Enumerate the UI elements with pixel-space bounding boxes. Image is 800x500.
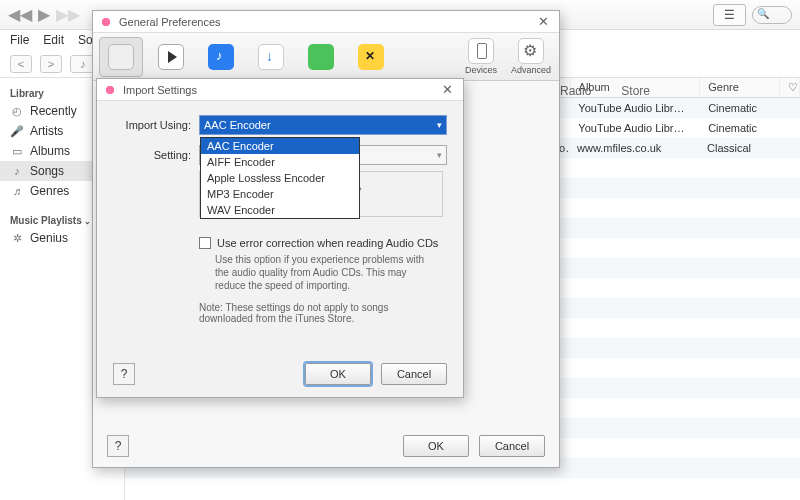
encoder-dropdown[interactable]: AAC Encoder AIFF Encoder Apple Lossless … (200, 137, 360, 219)
import-using-select[interactable]: AAC Encoder ▾ (199, 115, 447, 135)
itunes-icon (99, 15, 113, 29)
gp-title: General Preferences (119, 16, 221, 28)
sidebar-item-label: Artists (30, 124, 63, 138)
col-love[interactable]: ♡ (780, 78, 800, 97)
gp-tool-store[interactable] (299, 37, 343, 77)
advanced-tab-icon (518, 38, 544, 64)
nav-forward-button[interactable]: > (40, 55, 62, 73)
gp-tool-sharing[interactable]: ♪ (199, 37, 243, 77)
sidebar-item-label: Songs (30, 164, 64, 178)
gp-help-button[interactable]: ? (107, 435, 129, 457)
nav-back-button[interactable]: < (10, 55, 32, 73)
tab-radio[interactable]: Radio (560, 84, 591, 98)
guitar-icon: ♬ (10, 185, 24, 197)
cell-album: YouTube Audio Libr… (570, 102, 700, 114)
gp-titlebar[interactable]: General Preferences ✕ (93, 11, 559, 33)
dropdown-option[interactable]: MP3 Encoder (201, 186, 359, 202)
album-icon: ▭ (10, 145, 24, 158)
dropdown-option[interactable]: WAV Encoder (201, 202, 359, 218)
source-tabs: Radio Store (560, 84, 650, 98)
next-track-icon[interactable]: ▶▶ (56, 5, 80, 24)
is-cancel-button[interactable]: Cancel (381, 363, 447, 385)
gp-cancel-button[interactable]: Cancel (479, 435, 545, 457)
tool-label: Advanced (511, 65, 551, 75)
chevron-down-icon: ▾ (437, 150, 442, 160)
sharing-tab-icon: ♪ (208, 44, 234, 70)
dropdown-option[interactable]: Apple Lossless Encoder (201, 170, 359, 186)
play-icon[interactable]: ▶ (38, 5, 50, 24)
gp-tool-devices[interactable]: Devices (459, 37, 503, 77)
sidebar-item-label: Albums (30, 144, 70, 158)
is-title: Import Settings (123, 84, 197, 96)
table-row (125, 478, 800, 498)
downloads-tab-icon (258, 44, 284, 70)
tool-label: Devices (465, 65, 497, 75)
cell-album: YouTube Audio Libr… (570, 122, 700, 134)
error-correction-checkbox[interactable] (199, 237, 211, 249)
is-close-button[interactable]: ✕ (438, 82, 457, 97)
is-help-button[interactable]: ? (113, 363, 135, 385)
cell-genre: Classical (699, 142, 779, 154)
is-ok-button[interactable]: OK (305, 363, 371, 385)
genius-icon: ✲ (10, 232, 24, 245)
store-tab-icon (308, 44, 334, 70)
gp-tool-downloads[interactable] (249, 37, 293, 77)
label-import-using: Import Using: (113, 119, 191, 131)
restrictions-tab-icon (358, 44, 384, 70)
general-tab-icon (108, 44, 134, 70)
sidebar-item-label: Genius (30, 231, 68, 245)
gp-tool-playback[interactable] (149, 37, 193, 77)
is-titlebar[interactable]: Import Settings ✕ (97, 79, 463, 101)
sidebar-item-label: Genres (30, 184, 69, 198)
chevron-down-icon: ▾ (437, 120, 442, 130)
gp-close-button[interactable]: ✕ (534, 14, 553, 29)
dropdown-option[interactable]: AAC Encoder (201, 138, 359, 154)
cell-genre: Cinematic (700, 122, 780, 134)
prev-track-icon[interactable]: ◀◀ (8, 5, 32, 24)
gp-toolbar: ♪ Devices Advanced (93, 33, 559, 81)
label-setting: Setting: (113, 149, 191, 161)
tab-store[interactable]: Store (621, 84, 650, 98)
mic-icon: 🎤 (10, 125, 24, 138)
note-text: Note: These settings do not apply to son… (199, 302, 427, 324)
note-icon: ♪ (10, 165, 24, 177)
sidebar-item-label: Recently (30, 104, 77, 118)
gp-ok-button[interactable]: OK (403, 435, 469, 457)
cell-genre: Cinematic (700, 102, 780, 114)
col-genre[interactable]: Genre (700, 78, 780, 97)
menu-file[interactable]: File (10, 33, 29, 47)
select-value: AAC Encoder (204, 119, 271, 131)
devices-tab-icon (468, 38, 494, 64)
import-settings-window: Import Settings ✕ Import Using: AAC Enco… (96, 78, 464, 398)
list-view-button[interactable]: ☰ (713, 4, 746, 26)
error-correction-help: Use this option if you experience proble… (215, 253, 427, 292)
itunes-icon (103, 83, 117, 97)
gp-tool-advanced[interactable]: Advanced (509, 37, 553, 77)
dropdown-option[interactable]: AIFF Encoder (201, 154, 359, 170)
gp-tool-general[interactable] (99, 37, 143, 77)
cell-album: www.mfiles.co.uk (569, 142, 699, 154)
play-tab-icon (158, 44, 184, 70)
checkbox-label: Use error correction when reading Audio … (217, 237, 438, 249)
search-input[interactable] (752, 6, 792, 24)
clock-icon: ◴ (10, 105, 24, 118)
gp-tool-restrictions[interactable] (349, 37, 393, 77)
menu-edit[interactable]: Edit (43, 33, 64, 47)
